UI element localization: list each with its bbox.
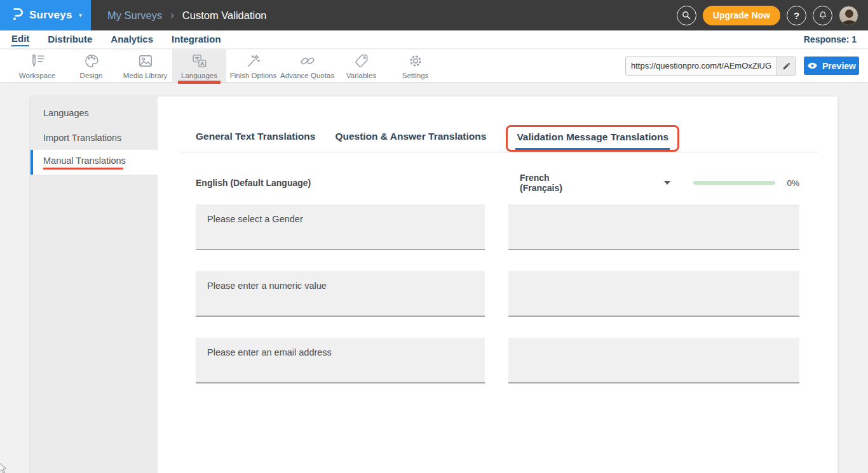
mouse-cursor [0, 462, 8, 473]
topbar-actions: Upgrade Now ? [677, 6, 858, 25]
tab-question-answer-translations[interactable]: Question & Answer Translations [335, 131, 486, 152]
pencil-icon [782, 62, 791, 70]
toolbar-item-workspace[interactable]: Workspace [10, 50, 64, 82]
nav-tab-edit[interactable]: Edit [11, 33, 29, 46]
user-avatar[interactable] [839, 6, 858, 25]
survey-url-input[interactable] [626, 57, 776, 75]
translation-tabs: General Text Translations Question & Ans… [181, 126, 818, 152]
survey-url-field [625, 57, 796, 76]
toolbar-item-media-library[interactable]: Media Library [118, 50, 172, 82]
eye-icon [807, 62, 818, 70]
target-language-header: French (Français) 0% [508, 173, 799, 193]
chevron-down-icon[interactable] [664, 181, 670, 185]
toolbar-item-advance-quotas[interactable]: Advance Quotas [280, 50, 334, 82]
search-icon [681, 10, 691, 20]
search-button[interactable] [677, 6, 696, 25]
response-count[interactable]: Response: 1 [804, 34, 857, 44]
translations-main: General Text Translations Question & Ans… [158, 97, 837, 473]
tab-validation-message-translations[interactable]: Validation Message Translations [515, 131, 670, 150]
translation-row: Please enter an email address [196, 338, 818, 383]
languages-icon [191, 53, 208, 69]
finish-options-icon [245, 53, 262, 69]
source-text: Please select a Gender [196, 204, 485, 250]
source-text: Please enter a numeric value [196, 271, 485, 317]
tab-general-text-translations[interactable]: General Text Translations [196, 131, 315, 152]
question-mark-icon: ? [794, 10, 799, 21]
top-bar: Surveys ▼ My Surveys › Custom Validation… [0, 0, 868, 30]
translation-progress-percent: 0% [787, 178, 799, 188]
survey-nav: Edit Distribute Analytics Integration Re… [0, 30, 868, 49]
nav-tab-distribute[interactable]: Distribute [48, 34, 92, 46]
sidebar-item-import-translations[interactable]: Import Translations [31, 125, 158, 150]
breadcrumb-parent-link[interactable]: My Surveys [107, 10, 162, 22]
edit-toolbar: Workspace Design Media Library Languages [0, 50, 868, 83]
language-header-row: English (Default Language) French (Franç… [196, 173, 818, 193]
variables-icon [353, 53, 370, 69]
preview-button[interactable]: Preview [804, 57, 859, 75]
brand-caret-icon: ▼ [78, 13, 83, 18]
target-text-input[interactable] [508, 204, 799, 250]
target-text-input[interactable] [508, 338, 799, 383]
translation-row: Please enter a numeric value [196, 271, 818, 317]
annotation-underline-languages [178, 81, 220, 84]
toolbar-item-settings[interactable]: Settings [388, 50, 442, 82]
annotation-underline-manual-translations [43, 168, 123, 170]
survey-url-group: Preview [625, 57, 868, 76]
translation-rows: Please select a Gender Please enter a nu… [196, 204, 818, 383]
toolbar-item-variables[interactable]: Variables [334, 50, 388, 82]
toolbar-item-design[interactable]: Design [64, 50, 118, 82]
product-name: Surveys [29, 9, 72, 22]
breadcrumb: My Surveys › Custom Validation [107, 9, 267, 22]
sidebar-item-languages[interactable]: Languages [31, 100, 158, 125]
sidebar-item-manual-translations[interactable]: Manual Translations [31, 150, 158, 175]
source-language-label: English (Default Language) [196, 178, 485, 188]
workspace-icon [29, 53, 46, 69]
questionpro-logo-icon [10, 6, 24, 24]
avatar-silhouette [845, 10, 853, 18]
translations-panel: Languages Import Translations Manual Tra… [31, 97, 837, 473]
bell-icon [818, 10, 828, 20]
source-text: Please enter an email address [196, 338, 485, 383]
help-button[interactable]: ? [787, 6, 806, 25]
nav-tab-analytics[interactable]: Analytics [111, 34, 153, 46]
target-text-input[interactable] [508, 271, 799, 317]
translation-row: Please select a Gender [196, 204, 818, 250]
media-library-icon [137, 53, 154, 69]
design-icon [83, 53, 100, 69]
toolbar-item-languages[interactable]: Languages [172, 50, 226, 82]
brand-menu[interactable]: Surveys ▼ [0, 0, 91, 30]
translation-progress-bar [693, 181, 776, 185]
translations-sidebar: Languages Import Translations Manual Tra… [31, 97, 158, 473]
target-language-select[interactable]: French (Français) [520, 173, 587, 193]
annotation-box-validation-tab: Validation Message Translations [506, 125, 679, 152]
edit-url-button[interactable] [776, 57, 796, 75]
nav-tab-integration[interactable]: Integration [172, 34, 221, 46]
settings-icon [407, 53, 424, 69]
breadcrumb-separator-icon: › [170, 9, 174, 22]
notifications-button[interactable] [813, 6, 832, 25]
advance-quotas-icon [299, 53, 316, 69]
upgrade-now-button[interactable]: Upgrade Now [703, 6, 780, 25]
toolbar-item-finish-options[interactable]: Finish Options [226, 50, 280, 82]
breadcrumb-current: Custom Validation [182, 10, 267, 22]
